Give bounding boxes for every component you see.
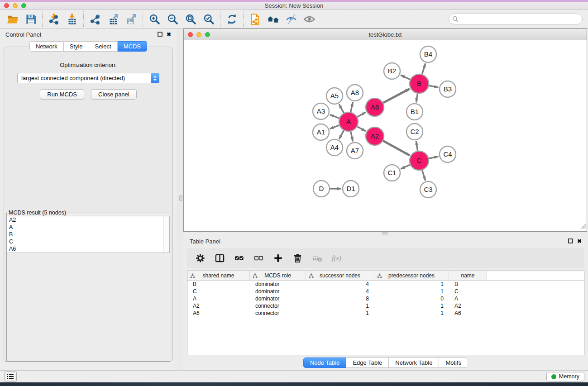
- column-header-name[interactable]: name: [449, 271, 487, 280]
- edge-A2-C[interactable]: [383, 141, 410, 155]
- node-label-A: A: [346, 118, 351, 125]
- tab-network[interactable]: Network: [29, 41, 64, 52]
- edge-B-B1[interactable]: [416, 94, 417, 103]
- node-label-D: D: [319, 185, 324, 192]
- criterion-dropdown[interactable]: largest connected component (directed): [17, 73, 159, 83]
- edge-C-C4[interactable]: [429, 157, 438, 159]
- table-toolbar-fx-button: f(x): [330, 250, 343, 266]
- edge-B-B2[interactable]: [401, 75, 410, 80]
- edge-A-A2[interactable]: [357, 127, 366, 131]
- edge-A-A1[interactable]: [330, 125, 339, 129]
- tab-mcds[interactable]: MCDS: [118, 41, 147, 52]
- search-icon: [452, 16, 459, 22]
- node-label-C1: C1: [387, 169, 396, 176]
- refresh-icon: [226, 13, 238, 25]
- memory-button[interactable]: Memory: [546, 372, 584, 381]
- edge-C-C3[interactable]: [422, 170, 425, 181]
- toolbar-eye-button[interactable]: [300, 11, 318, 27]
- table-row[interactable]: Bdominator41B: [187, 281, 584, 288]
- toolbar-refresh-button[interactable]: [223, 11, 241, 27]
- column-header-MCDS-role[interactable]: MCDS role: [250, 271, 306, 280]
- toolbar-open-folder-button[interactable]: [4, 11, 22, 27]
- toolbar-export-network-button[interactable]: [86, 11, 104, 27]
- table-row[interactable]: A6connector11A6: [187, 310, 584, 317]
- resize-grip-icon[interactable]: [580, 223, 586, 231]
- toolbar-zoom-in-button[interactable]: [145, 11, 163, 27]
- mcds-result-item[interactable]: A2: [7, 216, 169, 224]
- mcds-result-item[interactable]: C: [7, 238, 169, 245]
- table-toolbar-trash-button[interactable]: [291, 250, 304, 266]
- cell-shared-name: C: [187, 288, 250, 295]
- memory-status-icon: [551, 374, 556, 379]
- toolbar-import-network-button[interactable]: [45, 11, 63, 27]
- toolbar-new-network-doc-button[interactable]: [246, 11, 264, 27]
- memory-label: Memory: [559, 373, 579, 380]
- edge-A-A3[interactable]: [330, 114, 339, 118]
- toolbar-zoom-selected-button[interactable]: [200, 11, 218, 27]
- float-panel-icon[interactable]: [158, 30, 163, 38]
- tab-motifs[interactable]: Motifs: [439, 357, 468, 368]
- run-mcds-button[interactable]: Run MCDS: [40, 89, 84, 100]
- splitter-handle-horizontal[interactable]: [382, 232, 388, 235]
- table-row[interactable]: Cdominator41C: [187, 288, 584, 295]
- table-toolbar-add-button[interactable]: [271, 250, 285, 266]
- close-table-panel-icon[interactable]: ✖: [577, 238, 582, 244]
- criterion-dropdown-value: largest connected component (directed): [18, 75, 151, 81]
- cell-predecessor-nodes: 1: [374, 281, 449, 287]
- close-panel-button[interactable]: Close panel: [91, 89, 137, 100]
- toolbar-export-image-button[interactable]: [122, 11, 140, 27]
- window-title: Session: New Session: [0, 2, 588, 9]
- toolbar-save-button[interactable]: [22, 11, 40, 27]
- mcds-result-legend: MCDS result (5 nodes): [8, 210, 67, 216]
- task-history-button[interactable]: [4, 372, 17, 381]
- edge-A6-B[interactable]: [383, 89, 410, 103]
- edge-A-A6[interactable]: [357, 112, 366, 117]
- edge-C-C1[interactable]: [401, 165, 410, 169]
- tab-node-table[interactable]: Node Table: [303, 357, 347, 368]
- column-header-shared-name[interactable]: shared name: [187, 271, 250, 280]
- column-header-successor-nodes[interactable]: successor nodes: [306, 271, 374, 280]
- column-header-predecessor-nodes[interactable]: predecessor nodes: [374, 271, 449, 280]
- result-scrollbar[interactable]: [163, 216, 169, 253]
- node-label-C4: C4: [443, 150, 452, 158]
- tab-edge-table[interactable]: Edge Table: [346, 357, 389, 368]
- toolbar-toggle-graphics-details-button[interactable]: [282, 11, 300, 27]
- close-panel-icon[interactable]: ✖: [167, 32, 171, 37]
- edge-B-B3[interactable]: [429, 86, 439, 87]
- mcds-result-item[interactable]: A: [7, 224, 169, 231]
- toolbar-export-table-button[interactable]: [104, 11, 122, 27]
- edge-A-A8[interactable]: [351, 102, 353, 112]
- network-canvas[interactable]: A5A8A3A1A4A7AA6A2B2B4BB3B1C2C4CC1C3DD1: [184, 40, 587, 231]
- tab-select[interactable]: Select: [89, 41, 118, 52]
- table-toolbar-deselect-all-button[interactable]: [252, 250, 265, 266]
- hierarchy-icon: [253, 273, 258, 278]
- splitter-handle-vertical[interactable]: [179, 195, 182, 201]
- toolbar-zoom-fit-button[interactable]: [182, 11, 200, 27]
- mcds-result-item[interactable]: B: [7, 231, 169, 238]
- toolbar-home-pair-button[interactable]: [264, 11, 282, 27]
- edge-A-A5[interactable]: [339, 104, 344, 113]
- cell-name: A6: [449, 310, 487, 316]
- cell-MCDS-role: dominator: [250, 288, 306, 295]
- hierarchy-icon: [309, 273, 314, 278]
- mcds-result-item[interactable]: A6: [7, 245, 169, 253]
- toolbar-import-table-button[interactable]: [63, 11, 81, 27]
- network-window-titlebar[interactable]: testGlobe.txt: [184, 29, 587, 40]
- edge-A-A7[interactable]: [351, 131, 353, 141]
- search-box[interactable]: [449, 14, 583, 24]
- tab-network-table[interactable]: Network Table: [389, 357, 439, 368]
- edge-C-C2[interactable]: [416, 141, 417, 151]
- tab-style[interactable]: Style: [64, 41, 89, 52]
- cell-successor-nodes: 4: [306, 281, 374, 287]
- table-row[interactable]: A2connector11A2: [187, 302, 584, 310]
- table-toolbar-select-all-button[interactable]: [232, 250, 246, 266]
- table-row[interactable]: Adominator80A: [187, 295, 584, 302]
- toolbar-zoom-out-button[interactable]: [163, 11, 182, 27]
- search-input[interactable]: [460, 14, 582, 24]
- edge-B-B4[interactable]: [422, 63, 425, 74]
- cell-shared-name: A2: [187, 303, 250, 309]
- float-table-panel-icon[interactable]: [568, 237, 573, 245]
- table-toolbar-split-columns-button[interactable]: [213, 250, 226, 266]
- table-toolbar-gear-button[interactable]: [193, 250, 207, 266]
- edge-A-A4[interactable]: [339, 130, 344, 139]
